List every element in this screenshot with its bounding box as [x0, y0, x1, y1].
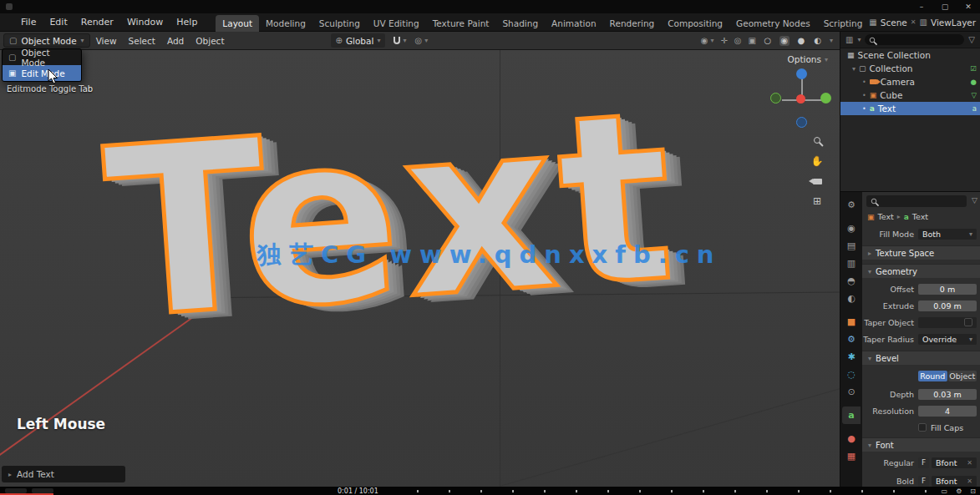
- filter-funnel-icon[interactable]: ▽: [972, 196, 977, 205]
- transform-orientation-dropdown[interactable]: ⊕ Global ▾: [331, 33, 386, 48]
- camera-view-icon[interactable]: [809, 173, 825, 189]
- props-tab-particles[interactable]: ✱: [842, 348, 861, 366]
- outliner-search-field[interactable]: [865, 34, 964, 45]
- menu-file[interactable]: File: [14, 13, 43, 32]
- workspace-tab-animation[interactable]: Animation: [545, 15, 603, 32]
- menu-select[interactable]: Select: [123, 32, 161, 50]
- offset-field[interactable]: 0 m: [918, 284, 977, 295]
- workspace-tab-geometry-nodes[interactable]: Geometry Nodes: [729, 15, 817, 32]
- shading-wireframe-icon[interactable]: ○: [763, 36, 773, 46]
- shading-solid-icon[interactable]: ◉: [779, 36, 790, 46]
- font-section[interactable]: ▾ Font: [862, 437, 980, 452]
- fill-mode-dropdown[interactable]: Both ▾: [918, 229, 977, 240]
- workspace-tab-rendering[interactable]: Rendering: [603, 15, 662, 32]
- disclosure-caret-icon[interactable]: ▾: [852, 65, 856, 73]
- navigation-gizmo[interactable]: [770, 68, 834, 132]
- scene-unlink-icon[interactable]: ✕: [911, 18, 917, 26]
- collection-checkbox-icon[interactable]: ☑: [970, 64, 977, 73]
- xray-toggle-icon[interactable]: ▣: [749, 36, 756, 45]
- gizmo-z-plus-ball[interactable]: [796, 68, 807, 79]
- taper-object-field[interactable]: [918, 317, 977, 328]
- workspace-tab-sculpting[interactable]: Sculpting: [312, 15, 367, 32]
- show-gizmo-toggle-icon[interactable]: ✛: [720, 36, 727, 45]
- taper-radius-dropdown[interactable]: Override ▾: [918, 334, 977, 345]
- workspace-tab-compositing[interactable]: Compositing: [661, 15, 729, 32]
- player-markers[interactable]: [387, 490, 929, 492]
- outliner-row-collection[interactable]: ▾ ▢ Collection ☑: [840, 62, 980, 75]
- snap-toggle[interactable]: ▾: [394, 37, 406, 44]
- workspace-tab-uv-editing[interactable]: UV Editing: [367, 15, 426, 32]
- view-layer-name[interactable]: ViewLayer: [931, 18, 976, 28]
- props-tab-output[interactable]: ▤: [842, 237, 861, 255]
- font-bold-field[interactable]: Bfont ✕: [932, 476, 977, 487]
- font-regular-field[interactable]: Bfont ✕: [932, 457, 977, 468]
- close-icon[interactable]: ✕: [967, 459, 972, 467]
- scene-name[interactable]: Scene: [881, 18, 907, 28]
- outliner-editor-icon[interactable]: ▥: [845, 35, 853, 44]
- player-wide-icon[interactable]: ▭: [942, 487, 948, 495]
- props-tab-object[interactable]: ■: [842, 313, 861, 331]
- props-tab-constraints[interactable]: ⊙: [842, 383, 861, 401]
- props-tab-tool[interactable]: ⚙: [842, 196, 861, 214]
- depth-field[interactable]: 0.03 m: [918, 389, 977, 400]
- props-tab-modifiers[interactable]: ⚙: [842, 331, 861, 348]
- workspace-tab-modeling[interactable]: Modeling: [259, 15, 312, 32]
- shading-material-icon[interactable]: ●: [796, 36, 806, 46]
- texture-space-section[interactable]: ▸ Texture Space: [862, 245, 980, 260]
- last-operator-panel[interactable]: ▸ Add Text: [2, 466, 125, 482]
- props-tab-object-data[interactable]: a: [842, 407, 861, 424]
- workspace-tab-shading[interactable]: Shading: [495, 15, 545, 32]
- search-input[interactable]: [881, 196, 931, 206]
- show-overlays-toggle-icon[interactable]: ◎: [734, 36, 742, 45]
- font-badge[interactable]: F: [918, 476, 929, 487]
- gizmo-x-ball[interactable]: [796, 94, 805, 104]
- props-tab-world[interactable]: ◐: [842, 290, 861, 307]
- properties-search-field[interactable]: [866, 195, 967, 207]
- mode-selector[interactable]: ▢ Object Mode ▾: [3, 33, 90, 48]
- maximize-button[interactable]: ▢: [933, 0, 957, 13]
- filter-funnel-icon[interactable]: ▽: [968, 35, 975, 44]
- workspace-tab-layout[interactable]: Layout: [216, 15, 259, 32]
- menu-add[interactable]: Add: [161, 32, 190, 50]
- outliner-row-camera[interactable]: • Camera ●: [840, 75, 980, 88]
- ortho-grid-icon[interactable]: ⊞: [809, 193, 825, 210]
- outliner-row-scene-collection[interactable]: ▦ Scene Collection: [840, 48, 980, 62]
- fill-caps-checkbox[interactable]: [918, 423, 927, 432]
- shading-rendered-icon[interactable]: ◐: [813, 36, 823, 46]
- menu-render[interactable]: Render: [74, 13, 120, 32]
- mode-option-object[interactable]: ▢ Object Mode: [3, 49, 81, 65]
- object-visibility-dropdown[interactable]: ◉ ▾: [701, 36, 714, 45]
- bevel-section[interactable]: ▾ Bevel: [862, 351, 980, 365]
- proportional-editing-toggle[interactable]: ◎ ▾: [414, 36, 428, 45]
- gizmo-z-minus-ball[interactable]: [796, 117, 807, 128]
- geometry-section[interactable]: ▾ Geometry: [862, 264, 980, 278]
- resolution-field[interactable]: 4: [918, 406, 977, 417]
- font-badge[interactable]: F: [918, 457, 929, 468]
- breadcrumb-data[interactable]: Text: [912, 212, 928, 221]
- props-tab-texture[interactable]: ▦: [842, 447, 861, 465]
- props-tab-scene[interactable]: ◓: [842, 272, 861, 290]
- text-object[interactable]: Text: [99, 79, 684, 352]
- options-dropdown[interactable]: Options ▾: [787, 54, 828, 64]
- workspace-tab-texture-paint[interactable]: Texture Paint: [426, 15, 496, 32]
- menu-view[interactable]: View: [90, 32, 123, 50]
- outliner-row-cube[interactable]: • ▣ Cube ▽: [840, 88, 980, 102]
- menu-help[interactable]: Help: [170, 13, 204, 32]
- bevel-mode-round[interactable]: Round: [918, 371, 947, 381]
- menu-edit[interactable]: Edit: [43, 13, 74, 32]
- props-tab-material[interactable]: ●: [842, 430, 861, 447]
- extrude-field[interactable]: 0.09 m: [918, 301, 977, 311]
- shading-dropdown-icon[interactable]: ▾: [830, 37, 833, 44]
- close-icon[interactable]: ✕: [967, 477, 972, 485]
- mode-option-edit[interactable]: ▣ Edit Mode: [3, 65, 81, 81]
- menu-window[interactable]: Window: [120, 13, 170, 32]
- gizmo-y-minus-ball[interactable]: [770, 93, 781, 104]
- player-fullscreen-icon[interactable]: ⊡: [970, 487, 976, 495]
- player-settings-icon[interactable]: ⚙: [956, 487, 962, 495]
- pan-hand-icon[interactable]: ✋: [809, 153, 825, 169]
- minimize-button[interactable]: –: [910, 0, 933, 13]
- zoom-tool-icon[interactable]: [809, 132, 825, 149]
- props-tab-physics[interactable]: ◌: [842, 366, 861, 383]
- gizmo-y-plus-ball[interactable]: [820, 93, 831, 104]
- props-tab-view-layer[interactable]: ▥: [842, 255, 861, 272]
